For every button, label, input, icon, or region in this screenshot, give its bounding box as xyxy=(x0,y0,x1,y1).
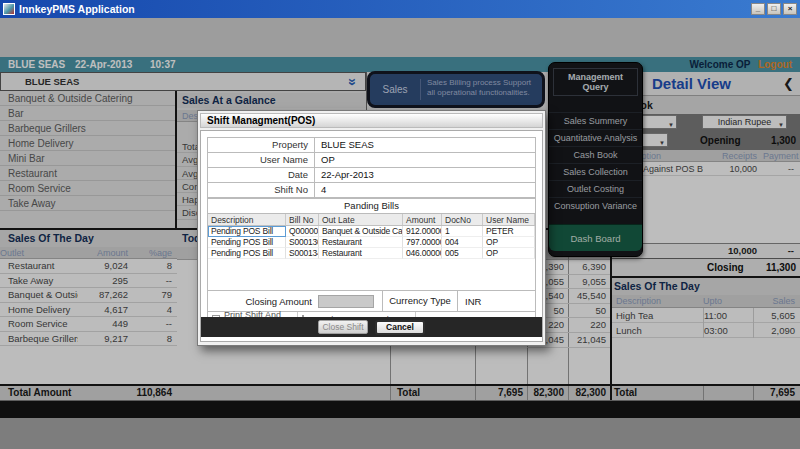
outlet-list-item[interactable]: Take Away xyxy=(0,196,175,211)
outlet-list-item[interactable]: Bar xyxy=(0,106,175,121)
col-percent: %age xyxy=(133,247,177,259)
currency-dropdown[interactable]: Indian Rupee ▼ xyxy=(702,115,787,129)
col-receipts: Receipts xyxy=(703,150,763,162)
cancel-button[interactable]: Cancel xyxy=(375,320,425,335)
today-total-row: Total 7,695 82,300 82,300 xyxy=(177,384,610,400)
total-value-2: 82,300 xyxy=(527,386,568,400)
app-window: InnkeyPMS Application _ □ × Innkey POS O… xyxy=(0,0,800,449)
window-title: InnkeyPMS Application xyxy=(19,3,751,15)
dialog-title: Shift Managment(POS) xyxy=(200,113,543,128)
property-selector-value: BLUE SEAS xyxy=(25,76,79,87)
chevron-down-icon: » xyxy=(345,78,361,86)
management-query-title: Management Query xyxy=(553,68,638,96)
shift-management-dialog: Shift Managment(POS) Property BLUE SEAS … xyxy=(197,110,546,346)
back-arrow-icon[interactable]: ❮ xyxy=(783,76,794,91)
grid-column-header: Bill No xyxy=(286,214,319,225)
dialog-body: Property BLUE SEAS User Name OP Date 22-… xyxy=(200,130,543,342)
property-selector[interactable]: BLUE SEAS » xyxy=(0,72,366,91)
minimize-button[interactable]: _ xyxy=(751,3,765,15)
closing-label: Closing xyxy=(707,262,744,273)
detail-view-title: Detail View xyxy=(652,75,731,92)
col-outlet: Outlet xyxy=(0,247,78,259)
form-row: Shift No 4 xyxy=(208,183,535,198)
outlet-list-item[interactable]: Banquet & Outside Catering xyxy=(0,91,175,106)
restore-button[interactable]: □ xyxy=(767,3,781,15)
table-row: Home Delivery 4,617 4 xyxy=(0,303,177,318)
outlet-list-item[interactable]: Barbeque Grillers xyxy=(0,121,175,136)
receipts-total: 10,000 xyxy=(703,244,763,258)
total-label: Total Amount xyxy=(0,386,90,400)
form-row: Date 22-Apr-2013 xyxy=(208,168,535,183)
management-query-menu: Management Query Sales SummeryQuantitati… xyxy=(548,62,643,257)
close-shift-button[interactable]: Close Shift xyxy=(318,320,368,334)
table-row: Room Service 449 -- xyxy=(0,317,177,332)
currency-type-value: INR xyxy=(458,296,481,307)
window-titlebar: InnkeyPMS Application _ □ × xyxy=(0,0,800,18)
pending-bill-row[interactable]: Pending POS Bill S000130 Restaurant 797.… xyxy=(208,237,535,248)
grid-column-header: User Name xyxy=(483,214,535,225)
sales-of-day-right-total: Total 7,695 xyxy=(612,384,800,400)
dashboard-button[interactable]: Dash Board xyxy=(549,224,642,251)
field-value: 4 xyxy=(315,183,535,197)
total-value: 7,695 xyxy=(753,386,800,400)
field-label: Date xyxy=(208,168,315,182)
glance-title: Sales At a Galance xyxy=(177,93,366,108)
close-button[interactable]: × xyxy=(783,3,797,15)
total-value-1: 7,695 xyxy=(475,386,527,400)
table-row: Take Away 295 -- xyxy=(0,274,177,289)
sales-card[interactable]: Sales Sales Billing process Support all … xyxy=(367,71,545,108)
outlet-list-item[interactable]: Room Service xyxy=(0,181,175,196)
chevron-down-icon: ▼ xyxy=(659,137,665,149)
total-label: Total xyxy=(390,386,475,400)
payment-total: -- xyxy=(763,244,800,258)
field-value: 22-Apr-2013 xyxy=(315,168,535,182)
col-sales: Sales xyxy=(753,295,800,308)
form-row: User Name OP xyxy=(208,153,535,168)
field-label: User Name xyxy=(208,153,315,167)
pending-bills-title: Panding Bills xyxy=(207,198,536,213)
sales-of-day-right-rows: High Tea 11:00 5,605 Lunch 03:00 2,090 xyxy=(612,308,800,384)
outlet-list-item[interactable]: Home Delivery xyxy=(0,136,175,151)
menu-item[interactable]: Outlet Costing xyxy=(549,180,642,197)
col-upto: Upto xyxy=(703,295,753,308)
closing-value: 11,300 xyxy=(766,262,796,273)
menu-item[interactable]: Cash Book xyxy=(549,146,642,163)
sales-of-day-left-header: Outlet Amount %age xyxy=(0,247,177,259)
outlet-list-item[interactable]: Mini Bar xyxy=(0,151,175,166)
menu-item[interactable]: Consuption Variance xyxy=(549,197,642,214)
col-payment: Payment xyxy=(763,150,800,162)
pending-bills-grid: DescriptionBill NoOut LateAmountDocNoUse… xyxy=(207,213,536,291)
grid-column-header: Out Late xyxy=(319,214,403,225)
field-label: Shift No xyxy=(208,183,315,197)
logout-link[interactable]: Logout xyxy=(758,58,792,71)
field-value: OP xyxy=(315,153,535,167)
pending-bill-row[interactable]: Pending POS Bill Q000004 Banquet & Outsi… xyxy=(208,226,535,237)
col-amount: Amount xyxy=(78,247,133,259)
menu-item[interactable]: Sales Summery xyxy=(549,112,642,129)
sales-of-day-right-title: Sales Of The Day xyxy=(612,276,800,295)
outlet-list: Banquet & Outside CateringBarBarbeque Gr… xyxy=(0,91,177,228)
status-time: 10:37 xyxy=(150,58,176,71)
grid-rows: Pending POS Bill Q000004 Banquet & Outsi… xyxy=(208,226,535,259)
app-icon xyxy=(3,3,15,15)
closing-row: Closing 11,300 xyxy=(612,258,800,276)
sales-of-day-left-total: Total Amount 110,864 xyxy=(0,384,177,400)
status-property: BLUE SEAS xyxy=(8,58,65,71)
closing-amount-label: Closing Amount xyxy=(208,296,318,307)
table-row: Lunch 03:00 2,090 xyxy=(612,323,800,338)
table-row: Banquet & Outside Cat 87,262 79 xyxy=(0,288,177,303)
form-row: Property BLUE SEAS xyxy=(208,138,535,153)
outlet-list-item[interactable]: Restaurant xyxy=(0,166,175,181)
sales-of-day-left-rows: Restaurant 9,024 8 Take Away 295 -- Banq… xyxy=(0,259,177,384)
closing-amount-input[interactable] xyxy=(318,295,374,308)
grid-header: DescriptionBill NoOut LateAmountDocNoUse… xyxy=(208,214,535,226)
status-date: 22-Apr-2013 xyxy=(75,58,132,71)
sales-card-label: Sales xyxy=(370,74,420,105)
bottom-strip xyxy=(0,401,800,418)
field-label: Property xyxy=(208,138,315,152)
table-row: Restaurant 9,024 8 xyxy=(0,259,177,274)
menu-item[interactable]: Quantitative Analysis xyxy=(549,129,642,146)
grid-column-header: DocNo xyxy=(442,214,483,225)
menu-item[interactable]: Sales Collection xyxy=(549,163,642,180)
pending-bill-row[interactable]: Pending POS Bill S000134 Restaurant 046.… xyxy=(208,248,535,259)
